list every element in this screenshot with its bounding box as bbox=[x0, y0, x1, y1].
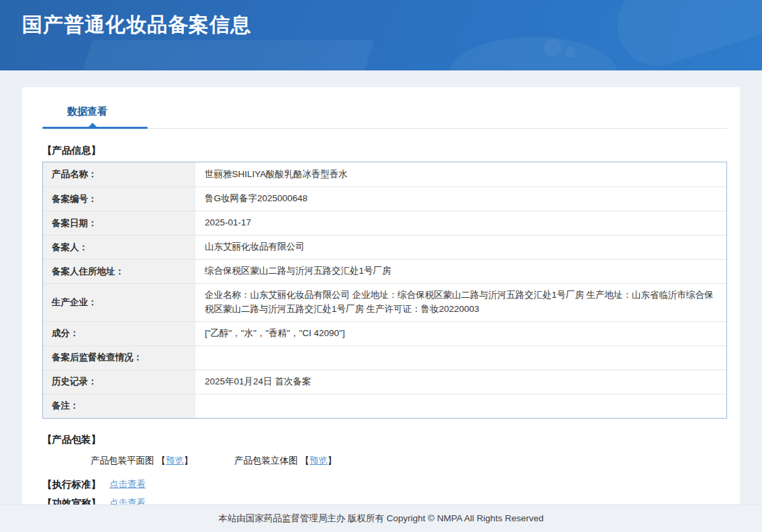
bracket-open: 【 bbox=[300, 456, 309, 466]
packaging-flat-preview-link[interactable]: 预览 bbox=[166, 456, 184, 466]
banner-decoration bbox=[450, 37, 618, 70]
bracket-close: 】 bbox=[328, 456, 337, 466]
row-value bbox=[195, 346, 726, 370]
bracket-open: 【 bbox=[156, 456, 166, 466]
packaging-stereo-label: 产品包装立体图 bbox=[234, 456, 300, 466]
tab-data-view[interactable]: 数据查看 bbox=[67, 105, 107, 128]
active-tab-caret-icon bbox=[88, 123, 97, 127]
row-value: 山东艾丽化妆品有限公司 bbox=[195, 235, 726, 259]
banner-decoration bbox=[607, 0, 762, 70]
row-label: 历史记录： bbox=[43, 370, 195, 394]
page: 国产普通化妆品备案信息 数据查看 【产品信息】 产品名称： 世丽雅SHILIYA… bbox=[0, 0, 762, 532]
row-label: 备案人住所地址： bbox=[43, 260, 195, 283]
standard-section-title: 【执行标准】 bbox=[42, 478, 101, 491]
table-row-ingredients: 成分： ["乙醇"，"水"，"香精"，"CI 42090"] bbox=[43, 321, 726, 345]
row-label: 备案日期： bbox=[43, 211, 195, 235]
product-info-table: 产品名称： 世丽雅SHILIYA酸酸乳酪冰香型香水 备案编号： 鲁G妆网备字20… bbox=[42, 162, 727, 419]
packaging-flat-label: 产品包装平面图 bbox=[91, 456, 156, 466]
tab-bar: 数据查看 bbox=[42, 87, 727, 129]
table-row-history: 历史记录： 2025年01月24日 首次备案 bbox=[43, 370, 726, 394]
table-row-remarks: 备注： bbox=[43, 394, 726, 418]
standard-view-link[interactable]: 点击查看 bbox=[109, 478, 146, 490]
packaging-stereo-preview-link[interactable]: 预览 bbox=[309, 456, 328, 466]
row-value: 鲁G妆网备字2025000648 bbox=[195, 187, 726, 211]
table-row-registrant: 备案人： 山东艾丽化妆品有限公司 bbox=[43, 235, 726, 259]
row-label: 生产企业： bbox=[43, 284, 195, 321]
product-info-section-title: 【产品信息】 bbox=[42, 144, 727, 157]
banner-decoration bbox=[565, 47, 576, 58]
row-value: 企业名称：山东艾丽化妆品有限公司 企业地址：综合保税区蒙山二路与沂河五路交汇处1… bbox=[195, 284, 726, 321]
packaging-flat-item: 产品包装平面图 【预览】 bbox=[91, 456, 193, 466]
header-banner: 国产普通化妆品备案信息 bbox=[0, 0, 762, 70]
page-footer: 本站由国家药品监督管理局主办 版权所有 Copyright © NMPA All… bbox=[0, 504, 762, 532]
row-label: 备案编号： bbox=[43, 187, 195, 211]
table-row-supervision-check: 备案后监督检查情况： bbox=[43, 345, 726, 370]
row-value: 2025-01-17 bbox=[195, 211, 726, 235]
bracket-close: 】 bbox=[184, 456, 193, 466]
table-row-manufacturer: 生产企业： 企业名称：山东艾丽化妆品有限公司 企业地址：综合保税区蒙山二路与沂河… bbox=[43, 283, 726, 321]
table-row-record-number: 备案编号： 鲁G妆网备字2025000648 bbox=[43, 187, 726, 211]
row-label: 产品名称： bbox=[43, 162, 195, 187]
banner-decoration bbox=[55, 40, 374, 70]
table-row-record-date: 备案日期： 2025-01-17 bbox=[43, 211, 726, 235]
row-value: ["乙醇"，"水"，"香精"，"CI 42090"] bbox=[195, 322, 726, 345]
packaging-stereo-item: 产品包装立体图 【预览】 bbox=[234, 456, 336, 466]
table-row-product-name: 产品名称： 世丽雅SHILIYA酸酸乳酪冰香型香水 bbox=[43, 162, 726, 187]
packaging-row: 产品包装平面图 【预览】 产品包装立体图 【预览】 bbox=[91, 455, 727, 467]
banner-decoration bbox=[544, 39, 561, 56]
packaging-section-title: 【产品包装】 bbox=[42, 433, 727, 446]
page-title: 国产普通化妆品备案信息 bbox=[22, 11, 251, 39]
row-label: 备注： bbox=[43, 394, 195, 418]
row-value: 2025年01月24日 首次备案 bbox=[195, 370, 726, 394]
tab-divider bbox=[42, 128, 727, 129]
content-card: 数据查看 【产品信息】 产品名称： 世丽雅SHILIYA酸酸乳酪冰香型香水 备案… bbox=[22, 87, 740, 504]
row-value bbox=[195, 394, 726, 418]
row-value: 世丽雅SHILIYA酸酸乳酪冰香型香水 bbox=[195, 162, 726, 187]
row-value: 综合保税区蒙山二路与沂河五路交汇处1号厂房 bbox=[195, 260, 726, 283]
row-label: 备案人： bbox=[43, 235, 195, 259]
row-label: 成分： bbox=[43, 322, 195, 345]
standard-row: 【执行标准】 点击查看 bbox=[42, 478, 727, 491]
row-label: 备案后监督检查情况： bbox=[43, 346, 195, 370]
copyright-text: 本站由国家药品监督管理局主办 版权所有 Copyright © NMPA All… bbox=[218, 513, 544, 523]
table-row-registrant-address: 备案人住所地址： 综合保税区蒙山二路与沂河五路交汇处1号厂房 bbox=[43, 259, 726, 283]
